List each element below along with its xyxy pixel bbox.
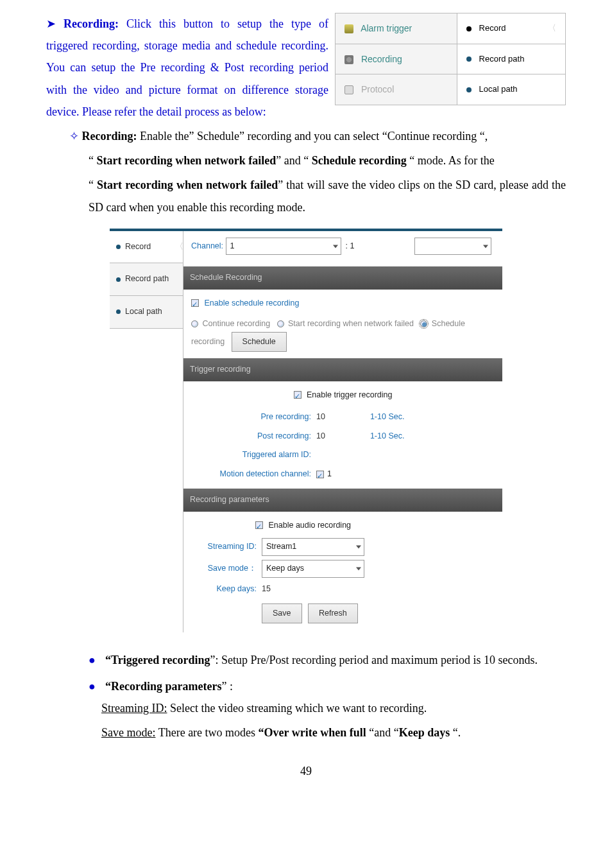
save-button[interactable]: Save bbox=[262, 603, 302, 624]
save-mode-text-1: There are two modes bbox=[155, 726, 258, 739]
motion-channel-row: Motion detection channel: 1 bbox=[191, 467, 495, 482]
streaming-id-line: Streaming ID: Select the video streaming… bbox=[46, 697, 566, 719]
pre-recording-label: Pre recording: bbox=[191, 410, 316, 425]
settings-sidebar: Record 〈 Record path Local path bbox=[110, 231, 183, 633]
tab-protocol[interactable]: Protocol bbox=[336, 74, 457, 105]
enable-audio-label: Enable audio recording bbox=[268, 521, 351, 530]
post-recording-hint: 1-10 Sec. bbox=[370, 429, 405, 444]
triggered-alarm-label: Triggered alarm ID: bbox=[191, 447, 316, 463]
arrow-icon: ➤ bbox=[46, 17, 56, 30]
sidebar-item-record-path[interactable]: Record path bbox=[110, 263, 183, 296]
save-mode-select[interactable]: Keep days bbox=[262, 560, 364, 578]
enable-audio-checkbox[interactable] bbox=[255, 521, 263, 529]
save-mode-row: Save mode： Keep days bbox=[191, 560, 495, 578]
radio-start-fail[interactable] bbox=[277, 320, 284, 327]
opt-start-fail-label: Start recording when network failed bbox=[288, 319, 414, 328]
nav-tabs-table: Alarm trigger Record 〈 Recording Record … bbox=[335, 13, 566, 105]
schedule-recording-bold: Schedule recording bbox=[312, 154, 407, 167]
streaming-id-select[interactable]: Stream1 bbox=[262, 538, 364, 556]
streaming-id-row: Streaming ID: Stream1 bbox=[191, 538, 495, 556]
post-recording-label: Post recording: bbox=[191, 429, 316, 444]
bell-icon bbox=[344, 24, 353, 33]
save-mode-line: Save mode: There are two modes “Over wri… bbox=[46, 722, 566, 743]
save-mode-value: Keep days bbox=[266, 564, 304, 573]
radio-continue[interactable] bbox=[191, 320, 198, 327]
post-recording-value[interactable]: 10 bbox=[316, 429, 325, 444]
tab-local-path-label: Local path bbox=[479, 84, 518, 94]
save-mode-end: “. bbox=[450, 726, 461, 739]
streaming-id-text: Select the video streaming which we want… bbox=[167, 702, 427, 715]
channel-label: Channel: bbox=[191, 241, 223, 250]
diamond-arrow-icon: ✧ bbox=[69, 130, 79, 143]
enable-recording-text: Enable the” Schedule” recording and you … bbox=[140, 130, 488, 143]
section-recording-parameters: Recording parameters bbox=[183, 489, 502, 512]
motion-channel-label: Motion detection channel: bbox=[191, 467, 316, 482]
schedule-options-row: Continue recording Start recording when … bbox=[191, 317, 495, 352]
asfor-text: “ mode. As for the bbox=[407, 154, 495, 167]
sidebar-local-path-label: Local path bbox=[125, 307, 162, 316]
radio-schedule[interactable] bbox=[420, 320, 427, 327]
recording-heading: Recording: bbox=[64, 17, 119, 30]
chevron-left-icon: 〈 bbox=[175, 239, 183, 255]
triggered-alarm-row: Triggered alarm ID: bbox=[191, 447, 495, 463]
tab-alarm-trigger[interactable]: Alarm trigger bbox=[336, 13, 457, 44]
streaming-id-label: Streaming ID: bbox=[191, 539, 262, 555]
sidebar-record-path-label: Record path bbox=[125, 274, 169, 283]
bullet-icon: ● bbox=[89, 654, 96, 666]
pre-recording-value[interactable]: 10 bbox=[316, 410, 325, 425]
tab-local-path[interactable]: Local path bbox=[457, 74, 565, 105]
sidebar-item-local-path[interactable]: Local path bbox=[110, 296, 183, 329]
tab-record-path-label: Record path bbox=[479, 54, 525, 64]
tab-recording[interactable]: Recording bbox=[336, 44, 457, 74]
dot-icon bbox=[116, 277, 121, 282]
dot-icon bbox=[116, 245, 121, 249]
enable-schedule-row: Enable schedule recording bbox=[191, 296, 495, 311]
enable-trigger-label: Enable trigger recording bbox=[307, 390, 392, 399]
keep-days-label: Keep days: bbox=[191, 582, 262, 597]
keep-days-value[interactable]: 15 bbox=[262, 582, 271, 597]
tab-record-path[interactable]: Record path bbox=[457, 44, 565, 74]
enable-trigger-row: Enable trigger recording bbox=[191, 388, 495, 403]
refresh-button[interactable]: Refresh bbox=[308, 603, 358, 624]
tab-alarm-trigger-label: Alarm trigger bbox=[361, 23, 412, 33]
save-mode-mid: “and “ bbox=[366, 726, 399, 739]
dot-icon bbox=[466, 87, 472, 92]
sidebar-record-label: Record bbox=[125, 242, 151, 251]
gear-icon bbox=[344, 55, 353, 64]
channel-select[interactable]: 1 bbox=[226, 238, 341, 256]
channel-number: 1 bbox=[350, 241, 354, 250]
motion-channel-value: 1 bbox=[327, 467, 332, 482]
diamond-paragraph: ✧ Recording: Enable the” Schedule” recor… bbox=[46, 125, 566, 147]
dot-icon bbox=[466, 56, 472, 62]
recording-parameters-bullet: ● “Recording parameters” : bbox=[46, 675, 566, 697]
intro-text: Click this button to setup the type of t… bbox=[46, 17, 328, 118]
enable-schedule-label: Enable schedule recording bbox=[204, 299, 299, 308]
recording-parameters-head: “Recording parameters bbox=[105, 680, 221, 693]
section-schedule-recording: Schedule Recording bbox=[183, 266, 502, 290]
sidebar-item-record[interactable]: Record 〈 bbox=[110, 231, 183, 264]
schedule-button[interactable]: Schedule bbox=[232, 332, 287, 352]
enable-schedule-checkbox[interactable] bbox=[191, 299, 199, 307]
enable-trigger-checkbox[interactable] bbox=[294, 391, 302, 399]
chevron-left-icon: 〈 bbox=[548, 21, 556, 37]
motion-channel-checkbox[interactable] bbox=[316, 471, 324, 478]
section-trigger-recording: Trigger recording bbox=[183, 358, 502, 381]
triggered-recording-head: “Triggered recording bbox=[105, 654, 210, 666]
enable-audio-row: Enable audio recording bbox=[191, 518, 495, 534]
keep-days-row: Keep days: 15 bbox=[191, 582, 495, 597]
keep-days-bold: Keep days bbox=[399, 726, 450, 739]
start-fail-mid: ” and “ bbox=[276, 154, 311, 167]
opt-continue-label: Continue recording bbox=[202, 319, 270, 328]
channel-secondary-select[interactable] bbox=[414, 238, 491, 256]
over-write-bold: “Over write when full bbox=[259, 726, 366, 739]
enable-recording-heading: Recording: bbox=[82, 130, 137, 143]
triggered-recording-bullet: ● “Triggered recording”: Setup Pre/Post … bbox=[46, 649, 566, 671]
settings-main: Channel: 1 : 1 Schedule Recording Enable… bbox=[183, 231, 502, 633]
start-fail-bold-2: Start recording when network failed bbox=[97, 178, 278, 191]
start-fail-line-2: “ Start recording when network failed” t… bbox=[46, 174, 566, 218]
bullet-icon: ● bbox=[89, 680, 96, 693]
channel-value: 1 bbox=[230, 241, 235, 250]
save-mode-label: Save mode： bbox=[191, 561, 262, 577]
tab-record[interactable]: Record 〈 bbox=[457, 13, 565, 44]
start-fail-line-1: “ Start recording when network failed” a… bbox=[46, 150, 566, 171]
